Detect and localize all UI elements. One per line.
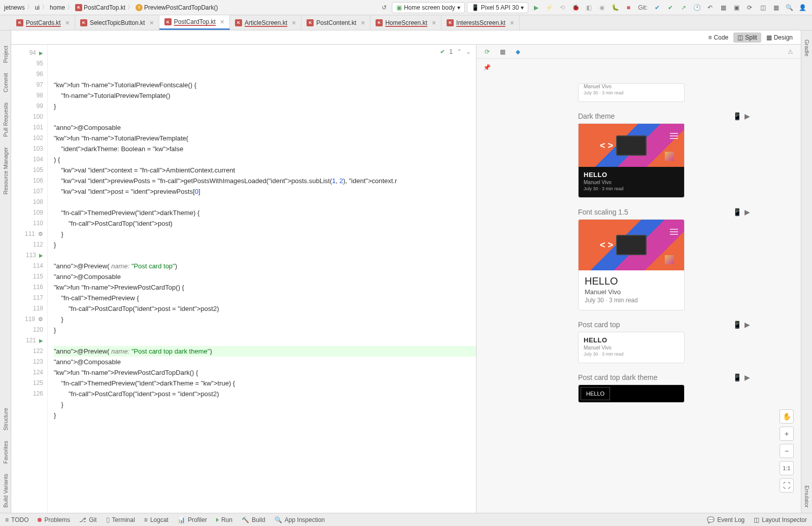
bottom-layout-inspector[interactable]: ◫Layout Inspector (754, 516, 807, 523)
editor-gutter[interactable]: 94▶9596979899100101102103104105106107108… (11, 45, 48, 513)
pan-icon[interactable]: ✋ (780, 409, 794, 424)
tab-interestsscreen[interactable]: KInterestsScreen.kt× (442, 15, 520, 30)
attach-debugger-icon[interactable]: 🐛 (610, 2, 621, 13)
pin-icon[interactable]: 📌 (482, 62, 492, 73)
sync-icon[interactable]: ⟳ (744, 2, 755, 13)
run-preview-icon[interactable]: ▶ (745, 321, 750, 329)
breadcrumb-item[interactable]: home (50, 4, 65, 11)
breadcrumb-item[interactable]: ui (35, 4, 40, 11)
tool-build-variants[interactable]: Build Variants (3, 474, 9, 508)
tool-resource-manager[interactable]: Resource Manager (3, 147, 9, 195)
preview-group[interactable]: Post card top📱▶HELLOManuel VivoJuly 30 ·… (578, 321, 750, 363)
tool-pull-requests[interactable]: Pull Requests (3, 102, 9, 137)
bottom-terminal[interactable]: ⌷Terminal (106, 516, 135, 523)
close-icon[interactable]: × (510, 19, 514, 27)
tool-project[interactable]: Project (3, 46, 9, 63)
preview-group[interactable]: Manuel VivoJuly 30 · 3 min read (578, 83, 750, 102)
breadcrumb-item[interactable]: KPostCardTop.kt (75, 4, 125, 11)
inspection-status[interactable]: ✔ 1 ⌃ ⌄ (440, 47, 471, 57)
deploy-icon[interactable]: 📱 (733, 373, 741, 381)
more-icon[interactable]: ▦ (770, 2, 782, 13)
deploy-icon[interactable]: 📱 (733, 208, 741, 216)
bottom-profiler[interactable]: 📊Profiler (178, 516, 207, 523)
avatar-icon[interactable]: 👤 (797, 2, 808, 13)
bottom-todo[interactable]: ≡TODO (5, 516, 28, 523)
view-mode-code[interactable]: ≡Code (704, 32, 733, 43)
code-content[interactable]: ✔ 1 ⌃ ⌄ "kw">fun "fn-name">TutorialPrevi… (48, 45, 476, 513)
device-dropdown[interactable]: 📱Pixel 5 API 30▾ (467, 2, 529, 13)
left-tool-strip: Project Commit Pull Requests Resource Ma… (0, 30, 11, 513)
close-icon[interactable]: × (292, 19, 296, 27)
run-preview-icon[interactable]: ▶ (745, 373, 750, 381)
git-push-icon[interactable]: ↗ (678, 2, 689, 13)
preview-group[interactable]: Dark theme📱▶< >HELLOManuel VivoJuly 30 ·… (578, 112, 750, 198)
layout-icon[interactable]: ◫ (757, 2, 768, 13)
stop-icon[interactable]: ■ (623, 2, 634, 13)
chevron-down-icon[interactable]: ⌄ (466, 47, 471, 57)
breadcrumb-item[interactable]: fPreviewPostCardTopDark() (136, 4, 218, 11)
layers-icon[interactable]: ◆ (512, 46, 523, 57)
preview-scroll[interactable]: Manuel VivoJuly 30 · 3 min readDark them… (477, 73, 801, 513)
tab-postcontent[interactable]: KPostContent.kt× (301, 15, 370, 30)
deploy-icon[interactable]: 📱 (733, 112, 741, 120)
code-editor[interactable]: 94▶9596979899100101102103104105106107108… (11, 45, 476, 513)
tool-emulator[interactable]: Emulator (804, 485, 810, 508)
preview-group[interactable]: Post card top dark theme📱▶HELLO (578, 373, 750, 403)
run-icon[interactable]: ▶ (530, 2, 542, 13)
coverage-icon[interactable]: ◧ (583, 2, 594, 13)
editor-tab-bar: KPostCards.kt× KSelectTopicButton.kt× KP… (0, 15, 812, 30)
chevron-up-icon[interactable]: ⌃ (457, 47, 462, 57)
breadcrumb-item[interactable]: jetnews (4, 4, 25, 11)
tool-structure[interactable]: Structure (3, 408, 9, 431)
bottom-problems[interactable]: Problems (38, 516, 70, 523)
zoom-out-icon[interactable]: − (780, 444, 794, 458)
tab-postcardtop[interactable]: KPostCardTop.kt× (159, 15, 230, 30)
deploy-icon[interactable]: 📱 (733, 321, 741, 329)
git-history-icon[interactable]: 🕐 (691, 2, 702, 13)
zoom-controls: ✋ + − 1:1 ⛶ (780, 409, 794, 493)
refresh-icon[interactable]: ⟳ (482, 46, 493, 57)
tool-commit[interactable]: Commit (3, 73, 9, 92)
back-icon[interactable]: ↺ (379, 2, 390, 13)
zoom-in-icon[interactable]: + (780, 427, 794, 441)
preview-toolbar: ⟳ ▦ ◆ ⚠ (477, 45, 801, 59)
bottom-tool-bar: ≡TODO Problems ⎇Git ⌷Terminal ≡Logcat 📊P… (0, 513, 812, 526)
zoom-fit-icon[interactable]: ⛶ (780, 478, 794, 493)
git-rollback-icon[interactable]: ↶ (704, 2, 716, 13)
zoom-reset-button[interactable]: 1:1 (780, 461, 794, 475)
close-icon[interactable]: × (432, 19, 436, 27)
warning-icon[interactable]: ⚠ (785, 46, 796, 57)
tool-favorites[interactable]: Favorites (3, 441, 9, 464)
attach-icon[interactable]: ⟲ (557, 2, 568, 13)
close-icon[interactable]: × (361, 19, 365, 27)
close-icon[interactable]: × (65, 19, 70, 27)
tab-selecttopicbutton[interactable]: KSelectTopicButton.kt× (75, 15, 159, 30)
profile-icon[interactable]: ◉ (596, 2, 607, 13)
view-mode-design[interactable]: ▦Design (762, 32, 797, 43)
tool-gradle[interactable]: Gradle (804, 40, 810, 56)
git-update-icon[interactable]: ✔ (652, 2, 663, 13)
bottom-event-log[interactable]: 💬Event Log (707, 516, 745, 523)
close-icon[interactable]: × (150, 19, 154, 27)
tab-postcards[interactable]: KPostCards.kt× (11, 15, 75, 30)
apply-changes-icon[interactable]: ⚡ (544, 2, 555, 13)
run-configuration-dropdown[interactable]: ▣Home screen body▾ (392, 2, 465, 13)
preview-group[interactable]: Font scaling 1.5📱▶< >HELLOManuel VivoJul… (578, 208, 750, 310)
bottom-run[interactable]: Run (216, 516, 232, 523)
run-preview-icon[interactable]: ▶ (745, 112, 750, 120)
interactive-icon[interactable]: ▦ (497, 46, 508, 57)
bottom-app-inspection[interactable]: 🔍App Inspection (275, 516, 325, 523)
bottom-logcat[interactable]: ≡Logcat (144, 516, 168, 523)
view-mode-split[interactable]: ◫Split (733, 32, 761, 43)
debug-icon[interactable]: 🐞 (570, 2, 581, 13)
bottom-build[interactable]: 🔨Build (242, 516, 265, 523)
run-preview-icon[interactable]: ▶ (745, 208, 750, 216)
tab-homescreen[interactable]: KHomeScreen.kt× (370, 15, 442, 30)
avd-icon[interactable]: ▦ (718, 2, 729, 13)
sdk-icon[interactable]: ▣ (731, 2, 742, 13)
search-icon[interactable]: 🔍 (784, 2, 795, 13)
git-commit-icon[interactable]: ✔ (665, 2, 676, 13)
bottom-git[interactable]: ⎇Git (79, 516, 96, 523)
close-icon[interactable]: × (220, 18, 224, 26)
tab-articlescreen[interactable]: KArticleScreen.kt× (230, 15, 301, 30)
